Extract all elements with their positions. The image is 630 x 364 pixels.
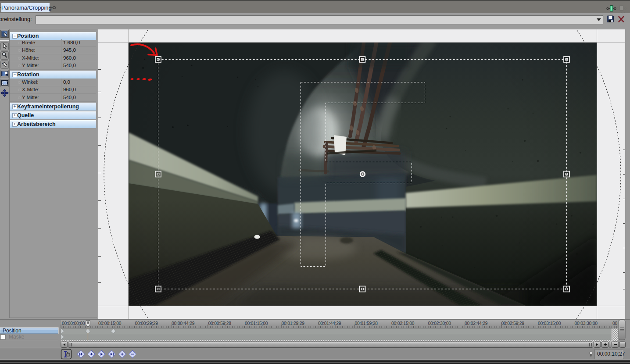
svg-text:00:03:15;00: 00:03:15;00: [538, 321, 561, 326]
svg-text:Position: Position: [3, 328, 21, 334]
svg-text:00:03:30;00: 00:03:30;00: [575, 321, 598, 326]
svg-text:00:02:15;00: 00:02:15;00: [391, 321, 415, 326]
svg-text:Maske: Maske: [9, 334, 25, 340]
svg-text:00:00:15;00: 00:00:15;00: [98, 321, 122, 326]
svg-text:00:00:00;00: 00:00:00;00: [62, 321, 85, 326]
svg-text:00:01:29;29: 00:01:29;29: [282, 321, 305, 326]
svg-text:00:00:44;29: 00:00:44;29: [172, 321, 195, 326]
svg-text:00: 00: [612, 321, 618, 326]
svg-text:00:02:30;00: 00:02:30;00: [428, 321, 451, 326]
svg-text:00:02:59;29: 00:02:59;29: [501, 321, 525, 326]
svg-text:00:01:15;00: 00:01:15;00: [245, 321, 268, 326]
svg-text:00:01:59;28: 00:01:59;28: [355, 321, 378, 326]
svg-text:00:00:29;29: 00:00:29;29: [135, 321, 158, 326]
svg-text:00:00:59;28: 00:00:59;28: [208, 321, 232, 326]
svg-text:00:02:44;29: 00:02:44;29: [465, 321, 488, 326]
svg-text:00:01:44;29: 00:01:44;29: [318, 321, 341, 326]
svg-text:00:00:10;27: 00:00:10;27: [597, 351, 625, 357]
